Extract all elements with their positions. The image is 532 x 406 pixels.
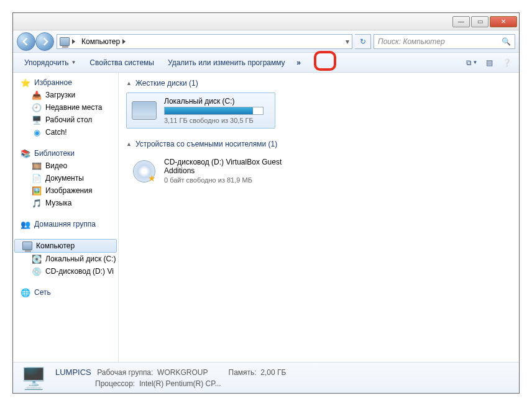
sidebar-network[interactable]: 🌐Сеть xyxy=(13,286,118,299)
close-button[interactable]: ✕ xyxy=(490,16,517,27)
drive-local-c[interactable]: Локальный диск (C:) 3,11 ГБ свободно из … xyxy=(126,92,275,129)
network-icon: 🌐 xyxy=(21,287,30,297)
status-memory-label: Память: xyxy=(229,368,257,377)
drive-usage-bar xyxy=(164,107,264,115)
status-workgroup: WORKGROUP xyxy=(157,368,208,377)
recent-icon: 🕘 xyxy=(32,102,42,112)
status-cpu-label: Процессор: xyxy=(95,379,135,388)
documents-icon: 📄 xyxy=(32,173,42,183)
breadcrumb-chevron-icon xyxy=(72,39,79,44)
sidebar-item-local-disk-c[interactable]: 💽Локальный диск (C:) xyxy=(13,253,118,265)
help-button[interactable]: ❔ xyxy=(499,56,514,70)
sidebar-computer[interactable]: Компьютер xyxy=(14,239,117,253)
address-bar-row: Компьютер ▾ ↻ Поиск: Компьютер 🔍 xyxy=(13,30,519,53)
explorer-window: — ▭ ✕ Компьютер ▾ ↻ Поиск: Компьютер 🔍 У… xyxy=(12,12,520,394)
sidebar-libraries[interactable]: 📚Библиотеки xyxy=(13,147,118,160)
desktop-icon: 🖥️ xyxy=(32,115,42,125)
libraries-icon: 📚 xyxy=(21,148,30,158)
sidebar-item-desktop[interactable]: 🖥️Рабочий стол xyxy=(13,114,118,126)
group-hard-drives[interactable]: ▲Жесткие диски (1) xyxy=(126,79,511,88)
sidebar-favorites[interactable]: ⭐Избранное xyxy=(13,76,118,89)
toolbar: Упорядочить▼ Свойства системы Удалить ил… xyxy=(13,53,519,73)
address-dropdown-icon[interactable]: ▾ xyxy=(346,37,349,46)
search-placeholder: Поиск: Компьютер xyxy=(378,37,445,46)
back-button[interactable] xyxy=(17,32,35,51)
system-properties-button[interactable]: Свойства системы xyxy=(83,56,160,70)
navigation-pane: ⭐Избранное 📥Загрузки 🕘Недавние места 🖥️Р… xyxy=(13,73,119,371)
computer-large-icon: 🖥️ xyxy=(19,366,48,390)
details-pane: 🖥️ LUMPICS Рабочая группа: WORKGROUP Пам… xyxy=(13,362,519,393)
sidebar-item-music[interactable]: 🎵Музыка xyxy=(13,197,118,209)
sidebar-item-pictures[interactable]: 🖼️Изображения xyxy=(13,184,118,197)
group-removable[interactable]: ▲Устройства со съемными носителями (1) xyxy=(126,140,511,148)
sidebar-item-videos[interactable]: 🎞️Видео xyxy=(13,160,118,172)
address-bar[interactable]: Компьютер ▾ xyxy=(57,34,352,49)
computer-icon xyxy=(22,241,32,251)
view-options-button[interactable]: ⧉▼ xyxy=(464,56,479,70)
status-workgroup-label: Рабочая группа: xyxy=(97,368,153,377)
sidebar-homegroup[interactable]: 👥Домашняя группа xyxy=(13,218,118,230)
content-pane: ▲Жесткие диски (1) Локальный диск (C:) 3… xyxy=(119,73,519,371)
hdd-icon xyxy=(131,97,158,124)
star-icon: ⭐ xyxy=(21,78,30,88)
cd-icon: 💿 xyxy=(32,266,42,276)
drive-cd-d[interactable]: CD-дисковод (D:) VirtualBox Guest Additi… xyxy=(126,153,300,189)
sidebar-item-catch[interactable]: ◉Catch! xyxy=(13,126,118,138)
breadcrumb-root[interactable]: Компьютер xyxy=(81,37,120,46)
organize-button[interactable]: Упорядочить▼ xyxy=(18,56,82,70)
status-memory: 2,00 ГБ xyxy=(260,368,286,377)
drive-name: Локальный диск (C:) xyxy=(164,97,271,106)
minimize-button[interactable]: — xyxy=(452,16,470,27)
drive-name: CD-дисковод (D:) VirtualBox Guest Additi… xyxy=(164,158,296,175)
drive-free-text: 0 байт свободно из 81,9 МБ xyxy=(164,176,296,184)
sidebar-item-cd-drive-d[interactable]: 💿CD-дисковод (D:) Vi xyxy=(13,265,118,277)
downloads-icon: 📥 xyxy=(32,90,42,100)
homegroup-icon: 👥 xyxy=(21,219,30,229)
computer-icon xyxy=(60,37,70,47)
sidebar-item-downloads[interactable]: 📥Загрузки xyxy=(13,89,118,101)
search-icon: 🔍 xyxy=(502,37,511,46)
music-icon: 🎵 xyxy=(32,198,42,208)
sidebar-item-recent[interactable]: 🕘Недавние места xyxy=(13,101,118,114)
videos-icon: 🎞️ xyxy=(32,161,42,171)
maximize-button[interactable]: ▭ xyxy=(471,16,488,27)
titlebar: — ▭ ✕ xyxy=(13,13,519,30)
pictures-icon: 🖼️ xyxy=(32,186,42,196)
cd-drive-icon xyxy=(131,158,158,185)
drive-icon: 💽 xyxy=(32,254,42,264)
status-pcname: LUMPICS xyxy=(55,368,91,377)
annotation-highlight xyxy=(314,51,336,71)
preview-pane-button[interactable]: ▤ xyxy=(482,56,497,70)
body: ⭐Избранное 📥Загрузки 🕘Недавние места 🖥️Р… xyxy=(13,73,519,371)
status-cpu: Intel(R) Pentium(R) CP... xyxy=(139,379,221,388)
refresh-button[interactable]: ↻ xyxy=(355,34,371,49)
sidebar-item-documents[interactable]: 📄Документы xyxy=(13,172,118,184)
catch-icon: ◉ xyxy=(32,127,42,137)
toolbar-overflow-button[interactable]: » xyxy=(293,56,305,69)
search-input[interactable]: Поиск: Компьютер 🔍 xyxy=(374,34,515,49)
drive-free-text: 3,11 ГБ свободно из 30,5 ГБ xyxy=(164,117,271,124)
breadcrumb-chevron-icon[interactable] xyxy=(122,39,129,44)
forward-button[interactable] xyxy=(35,32,54,51)
uninstall-program-button[interactable]: Удалить или изменить программу xyxy=(162,56,291,70)
